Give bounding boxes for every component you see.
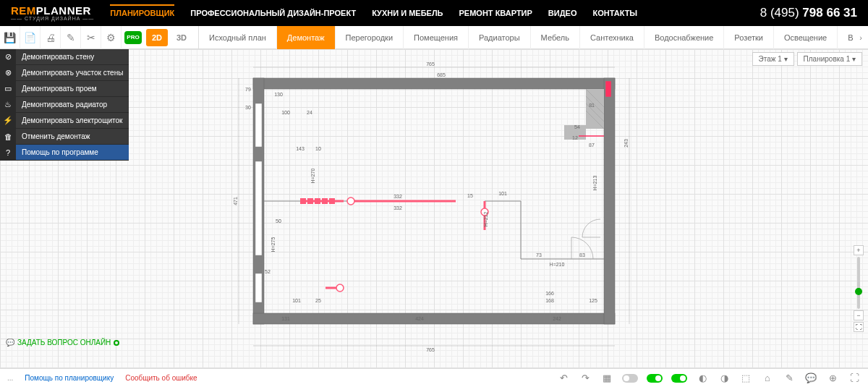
- plan-tabs: Исходный план Демонтаж Перегородки Помещ…: [198, 26, 854, 49]
- svg-text:332: 332: [393, 205, 402, 210]
- nav-contacts[interactable]: КОНТАКТЫ: [592, 9, 637, 17]
- layout-dropdown[interactable]: Планировка 1 ▾: [797, 52, 862, 66]
- tool-demolish-opening[interactable]: ▭Демонтировать проем: [0, 81, 129, 97]
- svg-text:168: 168: [545, 298, 554, 303]
- svg-text:101: 101: [498, 191, 507, 196]
- svg-text:242: 242: [553, 316, 561, 321]
- tab-lighting[interactable]: Освещение: [774, 26, 838, 49]
- floorplan[interactable]: 765 765 685 130 471 79 30 243 100 24 143…: [231, 56, 637, 360]
- tool-demolish-wall[interactable]: ⊘Демонтировать стену: [0, 49, 129, 65]
- tab-switches[interactable]: Выключатели: [838, 26, 854, 49]
- svg-text:H=212: H=212: [483, 211, 488, 226]
- svg-text:125: 125: [589, 298, 597, 303]
- floor-dropdown[interactable]: Этаж 1 ▾: [752, 52, 794, 66]
- comment-icon[interactable]: 💬: [804, 372, 817, 385]
- svg-text:54: 54: [574, 124, 580, 129]
- nav-design[interactable]: ПРОФЕССИОНАЛЬНЫЙ ДИЗАЙН-ПРОЕКТ: [190, 9, 356, 17]
- svg-text:243: 243: [624, 139, 629, 148]
- undo-icon[interactable]: ↶: [557, 372, 570, 385]
- svg-text:H=210: H=210: [550, 262, 565, 267]
- tool-icon-3[interactable]: ⚙: [101, 26, 122, 49]
- svg-rect-3: [604, 78, 615, 324]
- demolish-wall-icon: ⊘: [0, 49, 16, 64]
- fullscreen-icon[interactable]: ⛶: [848, 372, 861, 385]
- home-icon[interactable]: ⌂: [761, 372, 774, 385]
- logo[interactable]: REMPLANNER —— СТУДИЯ ДИЗАЙНА ——: [11, 5, 94, 21]
- report-link[interactable]: Сообщить об ошибке: [125, 374, 197, 382]
- pen-icon[interactable]: ✎: [783, 372, 796, 385]
- svg-text:12: 12: [572, 135, 578, 140]
- view-2d[interactable]: 2D: [146, 29, 168, 46]
- svg-rect-24: [315, 198, 320, 204]
- svg-text:685: 685: [437, 72, 446, 77]
- tool-demolish-radiator[interactable]: ♨Демонтировать радиатор: [0, 97, 129, 113]
- demolish-opening-icon: ▭: [0, 81, 16, 96]
- svg-text:765: 765: [426, 61, 435, 67]
- tab-radiators[interactable]: Радиаторы: [469, 26, 531, 49]
- nav-repair[interactable]: РЕМОНТ КВАРТИР: [459, 9, 532, 17]
- tab-plumbing[interactable]: Сантехника: [580, 26, 644, 49]
- grid-icon[interactable]: ▦: [600, 372, 613, 385]
- svg-rect-5: [255, 161, 262, 255]
- zoom-slider[interactable]: + − ⛶: [854, 245, 864, 332]
- svg-text:83: 83: [579, 252, 585, 258]
- workspace[interactable]: ⊘Демонтировать стену ⊗Демонтировать учас…: [0, 49, 868, 368]
- svg-rect-12: [586, 89, 604, 129]
- toggle-2[interactable]: [647, 374, 663, 383]
- toggle-3[interactable]: [671, 374, 687, 383]
- tool-icon-2[interactable]: ✂: [81, 26, 101, 49]
- tool-help[interactable]: ?Помощь по программе: [0, 145, 129, 161]
- opt-icon-1[interactable]: ◐: [696, 372, 709, 385]
- svg-rect-6: [255, 273, 262, 302]
- demolish-section-icon: ⊗: [0, 65, 16, 80]
- open-icon[interactable]: 📄: [20, 26, 41, 49]
- tab-original[interactable]: Исходный план: [199, 26, 277, 49]
- svg-text:101: 101: [292, 298, 301, 303]
- zoom-thumb[interactable]: [855, 288, 862, 295]
- svg-text:424: 424: [415, 316, 424, 321]
- svg-text:15: 15: [467, 193, 473, 198]
- tool-demolish-section[interactable]: ⊗Демонтировать участок стены: [0, 65, 129, 81]
- print-icon[interactable]: 🖨: [41, 26, 61, 49]
- zoom-in-icon[interactable]: +: [854, 245, 864, 255]
- nav-kitchen[interactable]: КУХНИ И МЕБЕЛЬ: [372, 9, 443, 17]
- tool-demolish-panel[interactable]: ⚡Демонтировать электрощиток: [0, 113, 129, 129]
- opt-icon-3[interactable]: ⬚: [739, 372, 752, 385]
- svg-rect-0: [253, 78, 615, 89]
- save-icon[interactable]: 💾: [0, 26, 20, 49]
- svg-text:143: 143: [296, 146, 305, 151]
- tab-rooms[interactable]: Помещения: [404, 26, 469, 49]
- tab-sockets[interactable]: Розетки: [724, 26, 774, 49]
- tabs-scroll-right-icon[interactable]: ›: [854, 33, 868, 42]
- svg-point-27: [347, 197, 354, 205]
- redo-icon[interactable]: ↷: [579, 372, 592, 385]
- nav-video[interactable]: ВИДЕО: [548, 9, 577, 17]
- tool-undo-demolish[interactable]: 🗑Отменить демонтаж: [0, 129, 129, 145]
- nav-planner[interactable]: ПЛАНИРОВЩИК: [110, 4, 174, 17]
- phone: 8 (495) 798 66 31: [760, 6, 857, 20]
- tab-furniture[interactable]: Мебель: [531, 26, 580, 49]
- target-icon[interactable]: ⊕: [826, 372, 839, 385]
- chat-online[interactable]: 💬 ЗАДАТЬ ВОПРОС ОНЛАЙН: [6, 339, 119, 346]
- svg-text:332: 332: [393, 194, 402, 199]
- tool-icon-1[interactable]: ✎: [61, 26, 81, 49]
- help-link[interactable]: Помощь по планировщику: [25, 374, 114, 382]
- svg-rect-31: [606, 82, 610, 96]
- svg-text:24: 24: [307, 110, 312, 115]
- opt-icon-2[interactable]: ◑: [718, 372, 731, 385]
- toggle-1[interactable]: [622, 374, 638, 383]
- svg-text:H=213: H=213: [592, 175, 597, 190]
- svg-text:100: 100: [281, 110, 290, 115]
- trash-icon: 🗑: [0, 129, 16, 144]
- svg-point-28: [336, 284, 344, 292]
- svg-rect-26: [329, 198, 335, 204]
- pro-badge[interactable]: PRO: [124, 31, 142, 44]
- tab-partitions[interactable]: Перегородки: [336, 26, 404, 49]
- svg-rect-25: [322, 198, 328, 204]
- svg-text:25: 25: [315, 298, 321, 303]
- zoom-fit-icon[interactable]: ⛶: [854, 322, 864, 332]
- zoom-out-icon[interactable]: −: [854, 310, 864, 320]
- tab-demolition[interactable]: Демонтаж: [277, 26, 336, 49]
- view-3d[interactable]: 3D: [171, 29, 192, 46]
- tab-water[interactable]: Водоснабжение: [644, 26, 724, 49]
